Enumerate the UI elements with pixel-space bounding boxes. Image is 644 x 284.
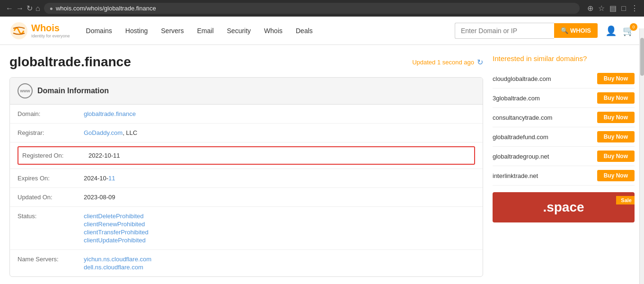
nav-icons: 👤 🛒 0 [605,25,635,36]
ns-2[interactable]: dell.ns.cloudflare.com [84,264,151,271]
similar-domain: globaltradegroup.net [493,153,549,160]
label-updated: Updated On: [18,194,84,201]
page-title-row: globaltrade.finance Updated 1 second ago… [9,54,483,70]
updated-status: Updated 1 second ago ↻ [412,58,483,67]
search-input[interactable] [455,23,554,39]
address-bar[interactable]: ● whois.com/whois/globaltrade.finance [44,3,580,14]
list-item: cloudglobaltrade.com Buy Now [493,69,635,89]
registered-on-highlight: Registered On: 2022-10-11 [18,146,475,165]
similar-domain: 3globaltrade.com [493,95,540,102]
value-registrar: GoDaddy.com, LLC [84,129,137,136]
registrar-link[interactable]: GoDaddy.com [84,129,123,136]
table-row: Expires On: 2024-10-11 [10,169,483,188]
label-status: Status: [18,213,84,220]
buy-now-button[interactable]: Buy Now [597,73,635,84]
extension-icon[interactable]: ▤ [609,4,617,13]
logo-tagline: Identity for everyone [31,34,70,38]
list-item: interlinktrade.net Buy Now [493,166,635,186]
similar-title: Interested in similar domains? [493,54,635,62]
bookmark-icon[interactable]: ☆ [598,4,605,13]
buy-now-button[interactable]: Buy Now [597,151,635,162]
value-expires: 2024-10-11 [84,175,115,182]
label-nameservers: Name Servers: [18,256,84,263]
card-title: Domain Information [37,87,109,95]
list-item: globaltradegroup.net Buy Now [493,147,635,166]
search-btn-label: WHOIS [570,27,591,34]
cart-icon[interactable]: 🛒 0 [623,25,635,36]
similar-domain: consultancytrade.com [493,114,552,121]
left-panel: globaltrade.finance Updated 1 second ago… [9,54,483,277]
similar-domain: globaltradefund.com [493,133,548,141]
status-3[interactable]: clientTransferProhibited [84,229,149,236]
nav-links: Domains Hosting Servers Email Security W… [79,17,455,45]
nameserver-list: yichun.ns.cloudflare.com dell.ns.cloudfl… [84,256,151,271]
user-icon[interactable]: 👤 [605,25,617,36]
table-row: Domain: globaltrade.finance [10,105,483,124]
list-item: consultancytrade.com Buy Now [493,108,635,127]
refresh-icon[interactable]: ↻ [477,58,483,67]
value-updated: 2023-08-09 [84,194,115,201]
translate-icon[interactable]: ⊕ [587,4,593,13]
home-button[interactable]: ⌂ [35,5,40,12]
value-domain: globaltrade.finance [84,110,136,117]
nav-servers[interactable]: Servers [154,17,190,45]
ns-1[interactable]: yichun.ns.cloudflare.com [84,256,151,263]
label-registrar: Registrar: [18,129,84,136]
back-button[interactable]: ← [6,5,13,12]
buy-now-button[interactable]: Buy Now [597,170,635,181]
buy-now-button[interactable]: Buy Now [597,131,635,142]
menu-icon[interactable]: ⋮ [631,4,638,13]
table-row: Registered On: 2022-10-11 [10,142,483,169]
buy-now-button[interactable]: Buy Now [597,92,635,104]
nav-domains[interactable]: Domains [79,17,119,45]
logo-text: Whois [31,23,60,33]
nav-hosting[interactable]: Hosting [119,17,154,45]
status-list: clientDeleteProhibited clientRenewProhib… [84,213,149,244]
table-row: Status: clientDeleteProhibited clientRen… [10,207,483,250]
nav-whois[interactable]: Whois [257,17,289,45]
similar-domain: cloudglobaltrade.com [493,75,551,82]
table-row: Registrar: GoDaddy.com, LLC [10,124,483,142]
reload-button[interactable]: ↻ [26,5,33,12]
right-panel: Interested in similar domains? cloudglob… [493,54,635,277]
scrollbar[interactable] [639,28,644,277]
logo-icon [9,21,28,40]
status-4[interactable]: clientUpdateProhibited [84,237,149,244]
search-button[interactable]: 🔍 WHOIS [554,23,598,38]
profile-icon[interactable]: □ [621,4,626,13]
navbar: Whois Identity for everyone Domains Host… [0,17,644,45]
card-header: www Domain Information [10,78,483,105]
table-row: Updated On: 2023-08-09 [10,188,483,207]
table-row: Name Servers: yichun.ns.cloudflare.com d… [10,250,483,276]
similar-domains-list: cloudglobaltrade.com Buy Now 3globaltrad… [493,69,635,186]
sale-domain-text: .space [500,200,627,215]
search-area: 🔍 WHOIS [455,23,598,39]
label-domain: Domain: [18,110,84,117]
sale-banner[interactable]: Sale .space [493,192,635,222]
label-registered-on: Registered On: [22,152,88,159]
www-icon: www [18,83,33,98]
nav-security[interactable]: Security [221,17,258,45]
browser-chrome: ← → ↻ ⌂ ● whois.com/whois/globaltrade.fi… [0,0,644,17]
list-item: 3globaltrade.com Buy Now [493,89,635,108]
value-registered-on: 2022-10-11 [88,152,120,159]
secure-icon: ● [50,5,53,12]
status-2[interactable]: clientRenewProhibited [84,221,149,228]
main-content: globaltrade.finance Updated 1 second ago… [0,45,644,277]
forward-button[interactable]: → [16,5,24,12]
similar-domain: interlinktrade.net [493,172,538,179]
logo[interactable]: Whois Identity for everyone [9,21,70,40]
nav-deals[interactable]: Deals [289,17,319,45]
url-text: whois.com/whois/globaltrade.finance [56,5,156,12]
expires-link[interactable]: 11 [108,175,115,182]
domain-link[interactable]: globaltrade.finance [84,110,136,117]
sale-ribbon: Sale [616,196,635,204]
updated-label: Updated 1 second ago [412,59,474,66]
buy-now-button[interactable]: Buy Now [597,112,635,123]
list-item: globaltradefund.com Buy Now [493,127,635,147]
status-1[interactable]: clientDeleteProhibited [84,213,149,220]
domain-info-card: www Domain Information Domain: globaltra… [9,77,483,277]
nav-email[interactable]: Email [191,17,221,45]
search-icon: 🔍 [561,27,568,34]
label-expires: Expires On: [18,175,84,182]
